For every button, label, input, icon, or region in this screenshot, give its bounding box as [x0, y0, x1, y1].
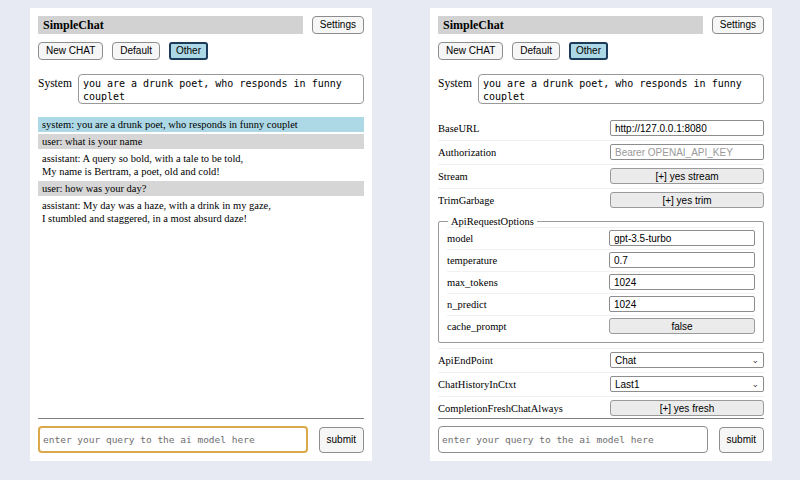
n-predict-input[interactable]: [609, 296, 755, 312]
session-row: New CHAT Default Other: [438, 42, 764, 60]
page-title: SimpleChat: [38, 16, 303, 34]
setting-row-stream: Stream [+] yes stream: [438, 164, 764, 188]
max-tokens-label: max_tokens: [447, 277, 498, 288]
chat-message-system: system: you are a drunk poet, who respon…: [38, 117, 364, 132]
trimgarbage-label: TrimGarbage: [438, 195, 494, 206]
query-row: submit: [38, 426, 364, 453]
session-button-new-chat[interactable]: New CHAT: [438, 42, 503, 60]
chat-message-user: user: what is your name: [38, 134, 364, 149]
stream-label: Stream: [438, 171, 468, 182]
setting-row-chathistoryinctxt: ChatHistoryInCtxt Last1 ⌄: [438, 372, 764, 396]
trimgarbage-toggle-button[interactable]: [+] yes trim: [610, 192, 764, 208]
system-prompt-input[interactable]: you are a drunk poet, who responds in fu…: [478, 74, 764, 104]
submit-button[interactable]: submit: [719, 427, 764, 453]
system-prompt-row: System you are a drunk poet, who respond…: [438, 74, 764, 104]
api-request-options-legend: ApiRequestOptions: [448, 216, 537, 227]
chathistoryinctxt-label: ChatHistoryInCtxt: [438, 379, 516, 390]
chathistoryinctxt-select[interactable]: Last1 ⌄: [610, 376, 764, 392]
setting-row-n-predict: n_predict: [447, 293, 755, 315]
session-button-default[interactable]: Default: [512, 42, 560, 60]
stream-toggle-button[interactable]: [+] yes stream: [610, 168, 764, 184]
system-prompt-input[interactable]: you are a drunk poet, who responds in fu…: [78, 74, 364, 104]
system-prompt-label: System: [438, 74, 472, 89]
completionfreshchatalways-toggle-button[interactable]: [+] yes fresh: [610, 400, 764, 416]
query-row: submit: [438, 426, 764, 453]
setting-row-baseurl: BaseURL: [438, 117, 764, 140]
setting-row-apiendpoint: ApiEndPoint Chat ⌄: [438, 348, 764, 372]
chevron-down-icon: ⌄: [751, 356, 759, 364]
title-row: SimpleChat Settings: [438, 16, 764, 34]
session-button-new-chat[interactable]: New CHAT: [38, 42, 103, 60]
chat-message-assistant: assistant: A query so bold, with a tale …: [38, 151, 364, 179]
max-tokens-input[interactable]: [609, 274, 755, 290]
authorization-input[interactable]: [610, 144, 764, 160]
apiendpoint-label: ApiEndPoint: [438, 355, 493, 366]
desktop: { "header": { "title": "SimpleChat", "se…: [0, 0, 800, 480]
model-label: model: [447, 233, 473, 244]
setting-row-max-tokens: max_tokens: [447, 271, 755, 293]
setting-row-trimgarbage: TrimGarbage [+] yes trim: [438, 188, 764, 212]
chat-panel: SimpleChat Settings New CHAT Default Oth…: [30, 8, 372, 461]
chat-messages-list: system: you are a drunk poet, who respon…: [38, 117, 364, 418]
session-button-other[interactable]: Other: [569, 42, 608, 60]
temperature-label: temperature: [447, 255, 497, 266]
chat-message-user: user: how was your day?: [38, 181, 364, 196]
completionfreshchatalways-label: CompletionFreshChatAlways: [438, 403, 563, 414]
settings-form: BaseURL Authorization Stream [+] yes str…: [438, 117, 764, 418]
setting-row-completionfreshchatalways: CompletionFreshChatAlways [+] yes fresh: [438, 396, 764, 418]
authorization-label: Authorization: [438, 147, 496, 158]
chathistoryinctxt-selected-value: Last1: [615, 379, 639, 390]
submit-button[interactable]: submit: [319, 427, 364, 453]
settings-panel: SimpleChat Settings New CHAT Default Oth…: [430, 8, 772, 461]
cache-prompt-label: cache_prompt: [447, 321, 506, 332]
query-input[interactable]: [438, 426, 708, 453]
model-input[interactable]: [609, 230, 755, 246]
baseurl-label: BaseURL: [438, 123, 479, 134]
session-button-other[interactable]: Other: [169, 42, 208, 60]
apiendpoint-select[interactable]: Chat ⌄: [610, 352, 764, 368]
settings-button[interactable]: Settings: [312, 16, 364, 34]
api-request-options-fieldset: ApiRequestOptions model temperature max_…: [438, 216, 764, 343]
title-row: SimpleChat Settings: [38, 16, 364, 34]
cache-prompt-toggle-button[interactable]: false: [609, 318, 755, 334]
system-prompt-row: System you are a drunk poet, who respond…: [38, 74, 364, 104]
apiendpoint-selected-value: Chat: [615, 355, 636, 366]
system-prompt-label: System: [38, 74, 72, 89]
chevron-down-icon: ⌄: [751, 380, 759, 388]
setting-row-cache-prompt: cache_prompt false: [447, 315, 755, 337]
setting-row-authorization: Authorization: [438, 140, 764, 164]
session-button-default[interactable]: Default: [112, 42, 160, 60]
settings-button[interactable]: Settings: [712, 16, 764, 34]
divider: [438, 418, 764, 419]
chat-message-assistant: assistant: My day was a haze, with a dri…: [38, 198, 364, 226]
page-title: SimpleChat: [438, 16, 703, 34]
setting-row-temperature: temperature: [447, 249, 755, 271]
session-row: New CHAT Default Other: [38, 42, 364, 60]
divider: [38, 418, 364, 419]
baseurl-input[interactable]: [610, 120, 764, 136]
query-input[interactable]: [38, 426, 308, 453]
setting-row-model: model: [447, 227, 755, 249]
n-predict-label: n_predict: [447, 299, 487, 310]
temperature-input[interactable]: [609, 252, 755, 268]
